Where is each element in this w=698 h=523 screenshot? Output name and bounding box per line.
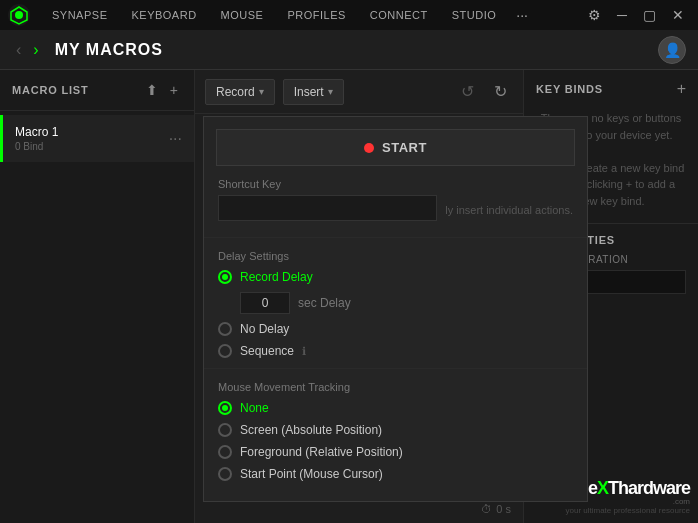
mouse-startpoint-label: Start Point (Mouse Cursor) — [240, 467, 383, 481]
delay-unit-label: sec Delay — [298, 296, 351, 310]
macro-list-title: MACRO LIST — [12, 84, 138, 96]
macro-list-panel: MACRO LIST ⬆ + Macro 1 0 Bind ··· — [0, 70, 195, 523]
watermark-x: X — [597, 478, 608, 498]
no-delay-label: No Delay — [240, 322, 289, 336]
mouse-startpoint-radio[interactable] — [218, 467, 232, 481]
mouse-tracking-header: Mouse Movement Tracking — [204, 375, 587, 397]
record-chevron: ▾ — [259, 86, 264, 97]
page-title: MY MACROS — [55, 41, 658, 59]
center-panel: Record ▾ Insert ▾ ↺ ↻ START Shortcut Key — [195, 70, 523, 523]
nav-keyboard[interactable]: KEYBOARD — [121, 5, 206, 25]
shortcut-input[interactable] — [218, 195, 437, 221]
delay-value-input[interactable] — [240, 292, 290, 314]
mouse-foreground-radio[interactable] — [218, 445, 232, 459]
mouse-foreground-label: Foreground (Relative Position) — [240, 445, 403, 459]
watermark-logo: neXThardware — [578, 479, 690, 497]
sequence-row[interactable]: Sequence ℹ — [204, 340, 587, 362]
svg-point-1 — [15, 11, 23, 19]
add-macro-button[interactable]: + — [166, 80, 182, 100]
mouse-startpoint-row[interactable]: Start Point (Mouse Cursor) — [204, 463, 587, 485]
settings-icon[interactable]: ⚙ — [582, 3, 607, 27]
center-footer: ⏱ 0 s — [481, 503, 511, 515]
nav-mouse[interactable]: MOUSE — [211, 5, 274, 25]
nav-studio[interactable]: STUDIO — [442, 5, 507, 25]
record-button[interactable]: Record ▾ — [205, 79, 275, 105]
macro-name: Macro 1 — [15, 125, 169, 139]
delay-value-row: sec Delay — [204, 288, 587, 318]
redo-button[interactable]: ↻ — [488, 78, 513, 105]
insert-chevron: ▾ — [328, 86, 333, 97]
minimize-icon[interactable]: ─ — [611, 3, 633, 27]
close-icon[interactable]: ✕ — [666, 3, 690, 27]
add-keybind-button[interactable]: + — [677, 80, 686, 98]
start-recording-button[interactable]: START — [216, 129, 575, 166]
undo-button[interactable]: ↺ — [455, 78, 480, 105]
macro-more-icon[interactable]: ··· — [169, 130, 182, 148]
avatar[interactable]: 👤 — [658, 36, 686, 64]
insert-button[interactable]: Insert ▾ — [283, 79, 344, 105]
nav-synapse[interactable]: SYNAPSE — [42, 5, 117, 25]
keybinds-header: KEY BINDS + — [536, 80, 686, 98]
mouse-screen-label: Screen (Absolute Position) — [240, 423, 382, 437]
no-delay-radio[interactable] — [218, 322, 232, 336]
shortcut-helper: ly insert individual actions. — [445, 204, 573, 216]
center-toolbar: Record ▾ Insert ▾ ↺ ↻ — [195, 70, 523, 114]
record-delay-label: Record Delay — [240, 270, 313, 284]
shortcut-label: Shortcut Key — [218, 178, 573, 190]
record-dot-icon — [364, 143, 374, 153]
title-bar: ‹ › MY MACROS 👤 — [0, 30, 698, 70]
watermark-sub2: your ultimate professional resource — [565, 506, 690, 515]
mouse-screen-radio[interactable] — [218, 423, 232, 437]
macro-list-item[interactable]: Macro 1 0 Bind ··· — [0, 115, 194, 162]
sequence-radio[interactable] — [218, 344, 232, 358]
watermark-sub1: .com — [673, 497, 690, 506]
sequence-label: Sequence — [240, 344, 294, 358]
sequence-info-icon[interactable]: ℹ — [302, 345, 306, 358]
mouse-none-radio[interactable] — [218, 401, 232, 415]
mouse-screen-row[interactable]: Screen (Absolute Position) — [204, 419, 587, 441]
insert-label: Insert — [294, 85, 324, 99]
keybinds-title: KEY BINDS — [536, 83, 677, 95]
mouse-none-label: None — [240, 401, 269, 415]
main-layout: MACRO LIST ⬆ + Macro 1 0 Bind ··· Record… — [0, 70, 698, 523]
maximize-icon[interactable]: ▢ — [637, 3, 662, 27]
mouse-none-row[interactable]: None — [204, 397, 587, 419]
nav-profiles[interactable]: PROFILES — [277, 5, 355, 25]
delay-settings-header: Delay Settings — [204, 244, 587, 266]
macro-bind-count: 0 Bind — [15, 141, 169, 152]
no-delay-row[interactable]: No Delay — [204, 318, 587, 340]
shortcut-section: Shortcut Key ly insert individual action… — [204, 178, 587, 231]
nav-more[interactable]: ··· — [510, 3, 534, 27]
mouse-foreground-row[interactable]: Foreground (Relative Position) — [204, 441, 587, 463]
export-icon[interactable]: ⬆ — [142, 80, 162, 100]
razer-logo — [8, 4, 30, 26]
top-nav: SYNAPSE KEYBOARD MOUSE PROFILES CONNECT … — [0, 0, 698, 30]
record-dropdown: START Shortcut Key ly insert individual … — [203, 116, 588, 502]
nav-connect[interactable]: CONNECT — [360, 5, 438, 25]
back-button[interactable]: ‹ — [12, 39, 25, 61]
record-delay-radio[interactable] — [218, 270, 232, 284]
duration-time: 0 s — [496, 503, 511, 515]
start-label: START — [382, 140, 427, 155]
clock-icon: ⏱ — [481, 503, 492, 515]
nav-arrows: ‹ › — [12, 39, 43, 61]
record-label: Record — [216, 85, 255, 99]
macro-list-header: MACRO LIST ⬆ + — [0, 70, 194, 111]
delay-record-row[interactable]: Record Delay — [204, 266, 587, 288]
forward-button[interactable]: › — [29, 39, 42, 61]
